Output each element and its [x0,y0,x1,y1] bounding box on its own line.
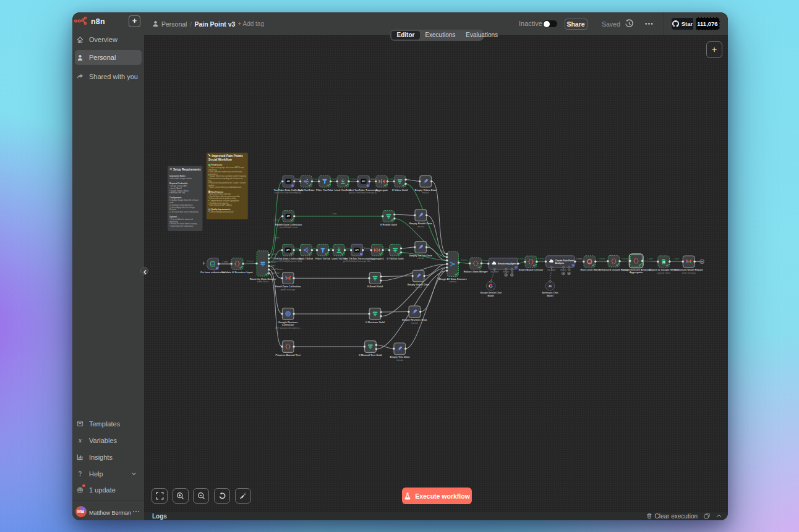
svg-text:6 items: 6 items [461,259,468,261]
svg-text:API: API [286,249,289,251]
svg-text:Empty TikTok Data: Empty TikTok Data [409,254,432,257]
svg-text:6 items: 6 items [538,258,545,260]
svg-text:Anthropic Chat: Anthropic Chat [542,292,559,294]
svg-text:mode: Rules: mode: Rules [257,281,269,283]
svg-text:• Better content filtering and: • Better content filtering and deduplica… [208,186,242,188]
svg-text:API: API [362,180,365,183]
svg-text:Get TikTok Transcript: Get TikTok Transcript [344,257,370,260]
svg-text:4. Test each data source indiv: 4. Test each data source individually [169,211,199,213]
svg-text:6 items: 6 items [599,258,605,260]
svg-text:5 items: 5 items [350,178,357,180]
svg-text:Empty Gmail Data: Empty Gmail Data [408,283,430,286]
svg-text:combine: combine [449,281,457,283]
svg-text:x: x [78,437,82,444]
svg-text:30 items: 30 items [481,260,489,262]
svg-text:Model: Model [547,295,553,297]
svg-text:Enhanced Gmail Report: Enhanced Gmail Report [674,268,703,271]
svg-text:1 item: 1 item [388,178,394,180]
svg-text:1 item: 1 item [647,258,653,260]
svg-text:Route by Data Source: Route by Data Source [250,277,276,281]
svg-text:6 items: 6 items [518,258,525,260]
svg-text:Get YouTube Transcript: Get YouTube Transcript [349,188,378,192]
svg-text:Reddit Data Collection: Reddit Data Collection [275,223,302,226]
svg-text:Google Reviews: Google Reviews [271,268,283,271]
svg-text:• Rate limiting for API stabil: • Rate limiting for API stability [208,204,232,206]
svg-text:Email Data Collection: Email Data Collection [275,285,301,288]
svg-text:getYouTubeVideoTranscript: g..: getYouTubeVideoTranscript: g... [349,192,378,194]
svg-text:Claude Pain Point: Claude Pain Point [555,260,574,262]
svg-text:Manual Text: Manual Text [271,272,280,274]
svg-text:false: false [408,184,412,186]
svg-text:Aggregate: Aggregate [375,188,388,192]
svg-text:If Reddit Gold: If Reddit Gold [380,223,397,226]
svg-text:Social Workflow: Social Workflow [208,158,232,161]
svg-text:5 items: 5 items [331,178,338,180]
svg-text:5 items: 5 items [364,247,370,250]
svg-text:Smart Batch Creator: Smart Batch Creator [518,268,543,271]
svg-text:Empty Video Data: Empty Video Data [415,188,437,192]
svg-text:6 items: 6 items [247,260,254,263]
svg-text:Aggregator: Aggregator [630,271,643,274]
svg-text:Aggregate1: Aggregate1 [370,257,384,260]
svg-text:Split TikTok: Split TikTok [299,257,314,260]
svg-text:manual: manual [417,257,424,260]
svg-text:1 item: 1 item [383,247,389,250]
svg-text:Empty Reddit Data: Empty Reddit Data [409,222,432,225]
svg-text:getTikTokVideoTranscript: tikt: getTikTokVideoTranscript: tikto [343,260,371,263]
svg-text:5 items: 5 items [576,258,583,260]
svg-text:Google Gemini Chat: Google Gemini Chat [480,292,502,294]
svg-text:6 items: 6 items [622,258,628,260]
svg-text:YouTube: YouTube [271,253,278,256]
svg-text:1 item: 1 item [294,178,300,180]
svg-text:If Manual Text Gold: If Manual Text Gold [359,353,382,357]
svg-text:1 item: 1 item [273,219,278,221]
svg-text:1 item: 1 item [222,261,228,263]
svg-text:Filter YouTube: Filter YouTube [316,188,334,192]
svg-text:searchReddit: social: searchReddit: social [279,226,297,229]
svg-text:Empty Reviews Data: Empty Reviews Data [402,318,427,321]
svg-text:• Anthropic API Key: • Anthropic API Key [169,192,186,194]
svg-text:manual: manual [411,322,418,324]
svg-text:Merge All Data Sources: Merge All Data Sources [438,277,467,281]
svg-text:If Reviews Gold: If Reviews Gold [365,321,385,324]
svg-text:GET: api.app.outscraper.co...: GET: api.app.outscraper.co... [275,327,301,329]
svg-text:API: API [287,180,290,183]
svg-text:1 item: 1 item [331,213,337,215]
svg-text:Gmail: Gmail [271,264,275,267]
svg-text:Analyzer: Analyzer [555,262,565,264]
svg-text:10 items: 10 items [312,178,320,180]
svg-text:true: true [408,179,411,181]
svg-text:1 item: 1 item [274,237,280,239]
svg-text:manual: manual [417,226,424,228]
svg-text:Chat Model*: Chat Model* [490,271,498,273]
svg-text:getAll: message: getAll: message [281,289,296,291]
svg-text:Setup Requirements: Setup Requirements [173,168,201,171]
svg-text:• Slack/Teams for notification: • Slack/Teams for notifications [169,225,194,227]
svg-text:TikTok Data Collection: TikTok Data Collection [275,257,302,260]
svg-text:manual: manual [422,192,429,194]
svg-text:If TikTok Gold: If TikTok Gold [387,257,404,260]
svg-text:API: API [287,215,290,217]
svg-text:Structuring Agent: Structuring Agent [498,263,517,265]
svg-text:API: API [356,249,359,251]
svg-text:Process Manual Text: Process Manual Text [275,353,301,357]
svg-text:5 items: 5 items [344,247,351,250]
svg-text:manual: manual [396,359,403,361]
svg-text:• n8n-nodes-scrape-creators: • n8n-nodes-scrape-creators [169,177,192,180]
svg-text:Rate Limit Wait: Rate Limit Wait [581,268,599,271]
svg-text:1. Update Google Sheet ID in E: 1. Update Google Sheet ID in Export [169,199,199,201]
svg-text:A\: A\ [549,284,552,288]
svg-text:5 items: 5 items [369,178,376,180]
svg-text:manual: manual [415,286,422,289]
svg-text:If Video Gold: If Video Gold [392,188,408,192]
svg-text:Filter TikTok: Filter TikTok [315,257,331,260]
svg-text:Split YouTube: Split YouTube [298,188,315,192]
svg-text:If Email Gold: If Email Gold [367,285,383,288]
svg-text:searchYouTubeVideosByKey...: searchYouTubeVideosByKey... [275,192,302,194]
svg-text:Empty Text Data: Empty Text Data [390,355,409,358]
svg-text:Validate & Structure Input: Validate & Structure Input [222,271,254,274]
svg-text:1 item: 1 item [294,247,300,250]
svg-text:Robust Data Merger: Robust Data Merger [464,270,488,273]
svg-text:searchTikTokByKeyword: tiktok: searchTikTokByKeyword: tiktok [274,260,302,263]
svg-text:append: sheet: append: sheet [657,272,670,274]
